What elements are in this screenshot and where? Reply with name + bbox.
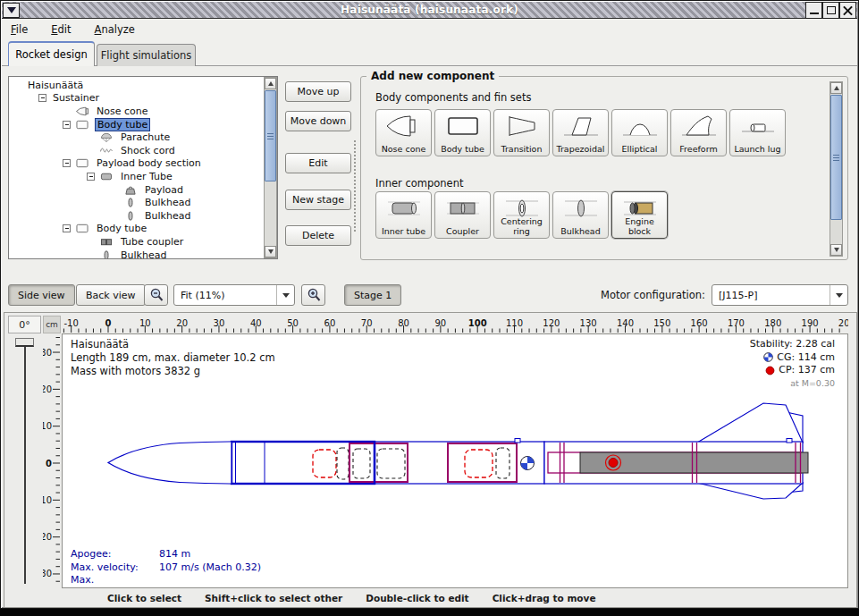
tab-flight-simulations[interactable]: Flight simulations (97, 44, 196, 66)
svg-text:-30: -30 (43, 348, 52, 358)
collapse-toggle-icon[interactable] (63, 224, 71, 232)
add-body-tube-button[interactable]: Body tube (434, 109, 491, 156)
collapse-toggle-icon[interactable] (87, 173, 95, 181)
component-tree: Haisunäätä Sustainer Nose cone Body tube… (8, 76, 278, 259)
new-stage-button[interactable]: New stage (285, 190, 351, 210)
bulkhead-icon (99, 249, 114, 258)
svg-text:170: 170 (728, 318, 745, 328)
rotation-slider-handle[interactable] (15, 338, 34, 347)
zoom-out-button[interactable] (144, 284, 168, 306)
zoom-level-value: Fit (11%) (174, 290, 276, 301)
tree-item-body-tube-aft[interactable]: Body tube (10, 223, 263, 236)
body-tube-icon (443, 113, 483, 139)
svg-text:180: 180 (764, 318, 781, 328)
add-bulkhead-button[interactable]: Bulkhead (552, 191, 609, 239)
hint-click-drag: Click+drag to move (493, 593, 596, 603)
nose-cone[interactable] (108, 442, 232, 484)
stage-1-toggle[interactable]: Stage 1 (344, 284, 401, 306)
tree-item-payload[interactable]: Payload (10, 183, 263, 197)
tube-coupler-icon (99, 236, 114, 248)
tree-scrollbar[interactable] (264, 77, 277, 258)
tree-item-parachute[interactable]: Parachute (10, 131, 263, 144)
tree-item-shock-cord[interactable]: Shock cord (10, 144, 263, 157)
minimize-button[interactable] (805, 2, 822, 19)
window-menu-button[interactable] (3, 3, 20, 18)
component-panel-scrollbar[interactable] (830, 81, 843, 257)
add-nose-cone-button[interactable]: Nose cone (375, 109, 432, 156)
body-tube-icon (75, 157, 89, 169)
selected-body-tube[interactable] (232, 442, 375, 484)
maximize-button[interactable] (822, 2, 839, 19)
svg-text:30: 30 (43, 569, 52, 578)
rocket-mass: Mass with motors 3832 g (71, 365, 275, 378)
max-velocity-row: Max. velocity:107 m/s (Mach 0.32) (71, 561, 261, 575)
scroll-up-icon[interactable] (830, 82, 842, 94)
back-view-button[interactable]: Back view (76, 284, 146, 306)
add-component-title: Add new component (366, 70, 499, 82)
add-transition-button[interactable]: Transition (493, 109, 550, 156)
scroll-down-icon[interactable] (265, 246, 276, 257)
scroll-down-icon[interactable] (830, 244, 842, 256)
tree-item-nose-cone[interactable]: Nose cone (10, 105, 263, 118)
screen: Haisunäätä (haisunaata.ork) File Edit An… (0, 0, 859, 616)
scroll-up-icon[interactable] (265, 78, 276, 89)
add-trapezoidal-fin-button[interactable]: Trapezoidal (552, 109, 609, 156)
body-components-label: Body components and fin sets (375, 91, 531, 104)
launch-lug-icon (738, 113, 778, 139)
menu-file[interactable]: File (11, 23, 28, 36)
coupler-icon (443, 195, 483, 222)
application-window: Haisunäätä (haisunaata.ork) File Edit An… (0, 0, 859, 609)
menu-analyze[interactable]: Analyze (95, 23, 135, 36)
tree-item-sustainer[interactable]: Sustainer (10, 92, 263, 105)
collapse-toggle-icon[interactable] (63, 121, 71, 129)
collapse-toggle-icon[interactable] (63, 159, 71, 167)
delete-button[interactable]: Delete (285, 225, 351, 246)
svg-text:30: 30 (214, 318, 225, 328)
motor-configuration-select[interactable]: [J115-P] (712, 284, 848, 306)
add-freeform-fin-button[interactable]: Freeform (670, 109, 727, 156)
rocket-length-diameter: Length 189 cm, max. diameter 10.2 cm (71, 351, 275, 365)
apogee-value: 814 m (159, 548, 190, 560)
tree-item-bulkhead[interactable]: Bulkhead (10, 249, 263, 258)
add-launch-lug-button[interactable]: Launch lug (729, 109, 786, 156)
rocket-name: Haisunäätä (71, 338, 275, 351)
edit-button[interactable]: Edit (285, 153, 351, 173)
tree-item-bulkhead[interactable]: Bulkhead (10, 209, 263, 223)
add-centering-ring-button[interactable]: Centering ring (493, 191, 550, 239)
side-view-button[interactable]: Side view (8, 284, 75, 306)
launch-lug[interactable] (787, 439, 792, 443)
launch-lug[interactable] (515, 439, 520, 443)
rotation-angle-value: 0° (8, 316, 41, 333)
centering-ring-icon (502, 195, 542, 222)
rotation-slider-track[interactable] (24, 346, 26, 584)
component-panel-scrollbar-thumb[interactable] (830, 95, 842, 220)
window-menu-icon (7, 7, 16, 13)
zoom-level-select[interactable]: Fit (11%) (173, 284, 295, 306)
body-tube-icon (75, 223, 89, 234)
close-button[interactable] (839, 2, 856, 19)
zoom-in-button[interactable] (301, 284, 325, 306)
move-up-button[interactable]: Move up (285, 81, 351, 102)
tree-item-inner-tube[interactable]: Inner Tube (10, 170, 263, 183)
tree-item-tube-coupler[interactable]: Tube coupler (10, 235, 263, 249)
tree-item-rocket[interactable]: Haisunäätä (10, 79, 263, 92)
add-inner-tube-button[interactable]: Inner tube (375, 191, 432, 239)
tab-bar: Rocket design Flight simulations (2, 39, 857, 66)
add-coupler-button[interactable]: Coupler (434, 191, 491, 239)
collapse-toggle-icon[interactable] (38, 94, 46, 102)
tree-scrollbar-thumb[interactable] (265, 90, 276, 181)
add-elliptical-fin-button[interactable]: Elliptical (611, 109, 668, 156)
tree-item-payload-body-section[interactable]: Payload body section (10, 157, 263, 171)
add-engine-block-button[interactable]: Engine block (611, 191, 668, 239)
title-bar[interactable]: Haisunäätä (haisunaata.ork) (2, 2, 857, 19)
svg-text:0: 0 (105, 318, 112, 328)
move-down-button[interactable]: Move down (285, 111, 351, 131)
tree-rows: Haisunäätä Sustainer Nose cone Body tube… (10, 79, 263, 258)
tab-rocket-design[interactable]: Rocket design (8, 41, 95, 66)
add-component-panel: Add new component Body components and fi… (360, 76, 848, 260)
bulkhead-icon (123, 197, 138, 208)
selected-tree-item: Body tube (95, 118, 150, 131)
menu-edit[interactable]: Edit (51, 23, 71, 36)
tree-item-bulkhead[interactable]: Bulkhead (10, 196, 263, 209)
tree-item-body-tube[interactable]: Body tube (10, 118, 263, 131)
